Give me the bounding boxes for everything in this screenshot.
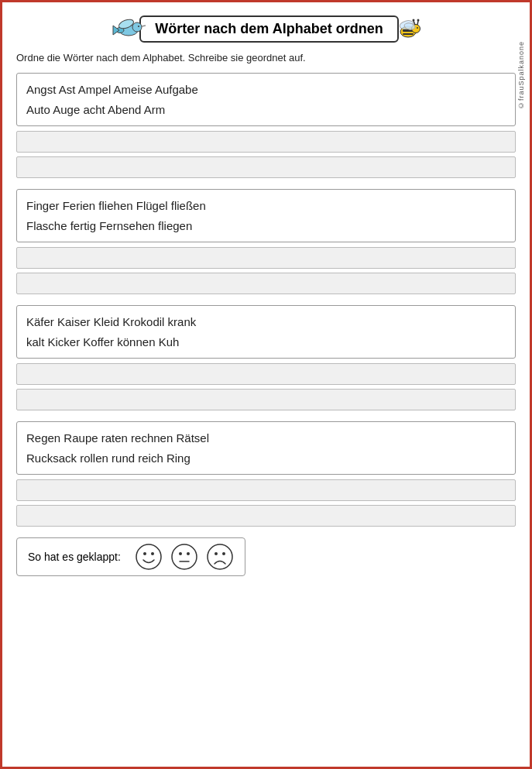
svg-point-25 [208,544,232,569]
answer-lines-a [16,131,516,178]
svg-line-14 [417,21,418,25]
svg-point-23 [187,552,190,555]
svg-point-19 [143,552,146,555]
answer-lines-k [16,363,516,410]
bee-icon [393,13,427,44]
answer-line[interactable] [16,363,516,385]
word-box-k-line1: Käfer Kaiser Kleid Krokodil krank [26,312,506,332]
feedback-row: So hat es geklappt: [16,537,245,576]
answer-line[interactable] [16,389,516,410]
word-box-a-line2: Auto Auge acht Abend Arm [26,100,506,120]
word-box-f: Finger Ferien fliehen Flügel fließen Fla… [16,189,516,242]
word-box-r-line1: Regen Raupe raten rechnen Rätsel [26,428,506,448]
svg-point-21 [172,544,197,569]
section-r: Regen Raupe raten rechnen Rätsel Rucksac… [16,421,516,527]
neutral-face-icon[interactable] [170,543,198,571]
svg-rect-9 [403,33,414,35]
word-box-a: Angst Ast Ampel Ameise Aufgabe Auto Auge… [16,73,516,126]
page-title: Wörter nach dem Alphabet ordnen [139,15,398,43]
svg-point-20 [151,552,154,555]
word-box-f-line2: Flasche fertig Fernsehen fliegen [26,216,506,236]
answer-line[interactable] [16,156,516,178]
word-box-k: Käfer Kaiser Kleid Krokodil krank kalt K… [16,305,516,359]
svg-point-4 [138,26,139,27]
svg-point-22 [179,552,182,555]
word-box-r: Regen Raupe raten rechnen Rätsel Rucksac… [16,421,516,475]
word-box-f-line1: Finger Ferien fliehen Flügel fließen [26,196,506,216]
word-box-k-line2: kalt Kicker Koffer können Kuh [26,332,506,352]
section-f: Finger Ferien fliehen Flügel fließen Fla… [16,189,516,294]
answer-lines-r [16,479,516,527]
answer-line[interactable] [16,131,516,153]
word-box-r-line2: Rucksack rollen rund reich Ring [26,448,506,469]
svg-point-2 [132,22,142,32]
svg-point-27 [222,552,225,555]
happy-face-icon[interactable] [135,543,163,571]
instruction-text: Ordne die Wörter nach dem Alphabet. Schr… [16,52,516,64]
worksheet-page: ©frauSpalkanone Wörter nach dem Alphabet… [0,0,532,769]
sad-face-icon[interactable] [206,543,234,571]
answer-line[interactable] [16,479,516,501]
svg-point-11 [417,27,418,29]
svg-point-15 [417,19,419,22]
answer-line[interactable] [16,505,516,527]
svg-point-18 [136,544,161,569]
svg-point-13 [412,19,414,22]
watermark: ©frauSpalkanone [517,41,525,109]
answer-lines-f [16,247,516,294]
bird-icon [105,13,146,44]
section-k: Käfer Kaiser Kleid Krokodil krank kalt K… [16,305,516,410]
header: Wörter nach dem Alphabet ordnen [16,13,516,44]
svg-line-12 [414,21,415,25]
svg-point-26 [215,552,218,555]
answer-line[interactable] [16,273,516,294]
section-a: Angst Ast Ampel Ameise Aufgabe Auto Auge… [16,73,516,178]
svg-marker-6 [113,26,119,35]
svg-line-3 [142,26,146,26]
feedback-label: So hat es geklappt: [28,551,121,563]
answer-line[interactable] [16,247,516,269]
word-box-a-line1: Angst Ast Ampel Ameise Aufgabe [26,80,506,100]
